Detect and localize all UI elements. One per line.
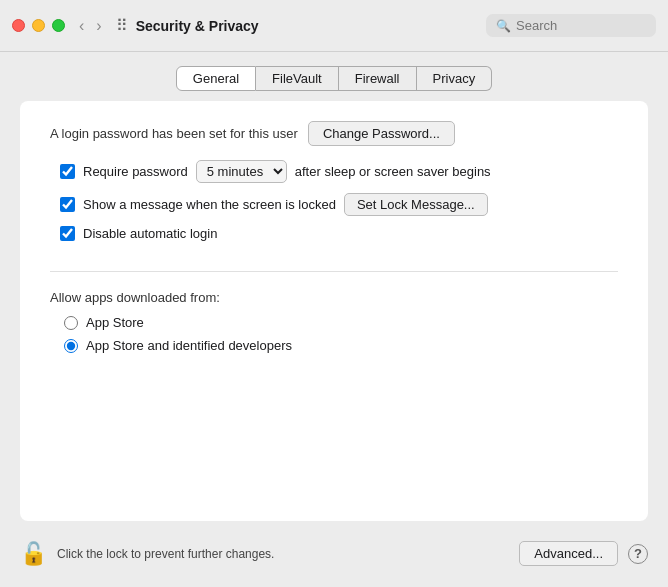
tab-general[interactable]: General <box>176 66 256 91</box>
traffic-lights <box>12 19 65 32</box>
tab-bar: General FileVault Firewall Privacy <box>0 52 668 101</box>
grid-icon[interactable]: ⠿ <box>116 16 128 35</box>
allow-apps-title: Allow apps downloaded from: <box>50 290 618 305</box>
after-sleep-text: after sleep or screen saver begins <box>295 164 491 179</box>
app-store-radio[interactable] <box>64 316 78 330</box>
lock-text: Click the lock to prevent further change… <box>57 547 509 561</box>
require-password-row: Require password 5 minutes after sleep o… <box>50 160 618 183</box>
nav-buttons: ‹ › <box>75 16 106 36</box>
tab-firewall[interactable]: Firewall <box>339 66 417 91</box>
window-title: Security & Privacy <box>136 18 486 34</box>
login-section: A login password has been set for this u… <box>50 121 618 272</box>
show-message-label: Show a message when the screen is locked <box>83 197 336 212</box>
disable-autologin-row: Disable automatic login <box>50 226 618 241</box>
show-message-row: Show a message when the screen is locked… <box>50 193 618 216</box>
bottom-bar: 🔓 Click the lock to prevent further chan… <box>0 531 668 576</box>
back-button[interactable]: ‹ <box>75 16 88 36</box>
change-password-button[interactable]: Change Password... <box>308 121 455 146</box>
require-password-dropdown[interactable]: 5 minutes <box>196 160 287 183</box>
app-store-identified-radio[interactable] <box>64 339 78 353</box>
app-store-identified-label: App Store and identified developers <box>86 338 292 353</box>
app-store-identified-row: App Store and identified developers <box>50 338 618 353</box>
disable-autologin-checkbox[interactable] <box>60 226 75 241</box>
search-input[interactable] <box>516 18 646 33</box>
fullscreen-button[interactable] <box>52 19 65 32</box>
set-lock-message-button[interactable]: Set Lock Message... <box>344 193 488 216</box>
search-icon: 🔍 <box>496 19 511 33</box>
app-store-label: App Store <box>86 315 144 330</box>
help-button[interactable]: ? <box>628 544 648 564</box>
tab-filevault[interactable]: FileVault <box>256 66 339 91</box>
search-bar[interactable]: 🔍 <box>486 14 656 37</box>
show-message-checkbox[interactable] <box>60 197 75 212</box>
disable-autologin-label: Disable automatic login <box>83 226 217 241</box>
forward-button[interactable]: › <box>92 16 105 36</box>
app-store-row: App Store <box>50 315 618 330</box>
login-password-row: A login password has been set for this u… <box>50 121 618 146</box>
require-password-label: Require password <box>83 164 188 179</box>
require-password-checkbox[interactable] <box>60 164 75 179</box>
advanced-button[interactable]: Advanced... <box>519 541 618 566</box>
minimize-button[interactable] <box>32 19 45 32</box>
close-button[interactable] <box>12 19 25 32</box>
content-area: A login password has been set for this u… <box>20 101 648 521</box>
tab-privacy[interactable]: Privacy <box>417 66 493 91</box>
lock-icon[interactable]: 🔓 <box>20 543 47 565</box>
titlebar: ‹ › ⠿ Security & Privacy 🔍 <box>0 0 668 52</box>
login-password-text: A login password has been set for this u… <box>50 126 298 141</box>
allow-apps-section: Allow apps downloaded from: App Store Ap… <box>50 272 618 353</box>
